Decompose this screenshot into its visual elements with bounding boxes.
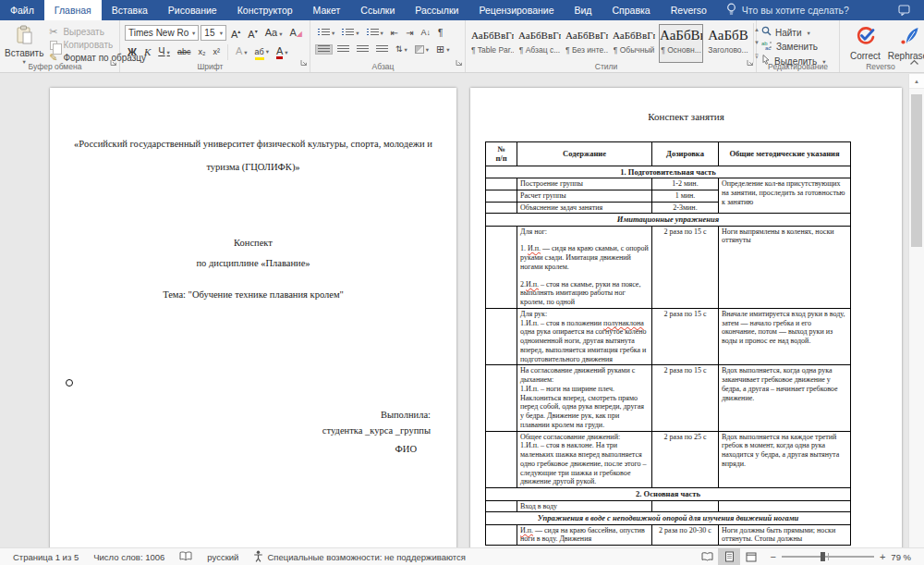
comments-icon[interactable] — [898, 0, 917, 20]
zoom-slider[interactable] — [782, 556, 874, 558]
bold-button[interactable]: Ж — [125, 45, 140, 59]
content-cell[interactable]: Вход в воду — [517, 500, 652, 512]
header-dosage[interactable]: Дозировка — [652, 142, 719, 166]
read-mode-button[interactable] — [696, 548, 718, 565]
tab-insert[interactable]: Вставка — [102, 0, 158, 20]
increase-indent-button[interactable] — [403, 26, 416, 40]
find-button[interactable]: Найти — [761, 26, 834, 39]
section-cell[interactable]: Упражнения в воде с неподвижной опорой д… — [486, 512, 851, 524]
content-cell[interactable]: Для рук:1.И.п. – стоя в положении полуна… — [517, 308, 652, 365]
align-left-button[interactable] — [315, 44, 333, 55]
proofing-status[interactable] — [172, 551, 200, 563]
content-cell[interactable]: Расчет группы — [517, 190, 652, 202]
underline-button[interactable]: Ч — [155, 44, 173, 59]
dosage-cell[interactable]: 2 раза по 25 с — [652, 431, 719, 488]
dosage-cell[interactable]: 1 мин. — [652, 190, 719, 202]
font-dialog-launcher-icon[interactable] — [300, 54, 308, 70]
notes-cell[interactable]: Ноги выпрямлены в коленях, носки оттянут… — [719, 226, 851, 308]
section-cell[interactable]: Имитационные упражнения — [486, 214, 851, 226]
line-spacing-button[interactable] — [393, 43, 410, 56]
style-no-spacing[interactable]: АаБбВвГг¶ Без инте... — [565, 24, 609, 63]
content-cell[interactable]: Объяснение задач занятия — [517, 202, 652, 214]
web-layout-button[interactable] — [740, 548, 762, 565]
page-indicator[interactable]: Страница 1 из 5 — [6, 552, 86, 562]
style-abzac-s[interactable]: АаБбВвГг¶ Абзац с... — [517, 24, 562, 63]
zoom-level[interactable]: 79 % — [891, 552, 911, 562]
document-page-2[interactable]: Конспект занятия № п/п Содержание Дозиро… — [470, 88, 902, 547]
content-cell[interactable]: И.п. — сидя на краю бассейна, опустив но… — [517, 524, 652, 546]
subscript-button[interactable]: х₂ — [195, 45, 208, 59]
text-highlight-button[interactable]: аб — [252, 44, 272, 60]
clear-formatting-button[interactable]: А◢ — [287, 26, 306, 41]
notes-cell[interactable]: Ноги должны быть прямыми; носки оттянуты… — [719, 524, 851, 546]
content-cell[interactable]: На согласование движений руками с дыхани… — [517, 365, 652, 431]
tab-view[interactable]: Вид — [565, 0, 602, 20]
tab-layout[interactable]: Макет — [303, 0, 351, 20]
num-cell[interactable] — [486, 308, 517, 365]
dosage-cell[interactable]: 2 раза по 15 с — [652, 365, 719, 431]
num-cell[interactable] — [486, 202, 517, 214]
dosage-cell[interactable] — [652, 500, 719, 512]
section-cell[interactable]: 2. Основная часть — [486, 488, 851, 500]
vertical-scrollbar[interactable]: ▲ — [908, 74, 924, 547]
sort-button[interactable] — [419, 26, 434, 40]
decrease-indent-button[interactable] — [388, 26, 401, 40]
dosage-cell[interactable]: 2 раза по 20-30 с — [652, 524, 719, 546]
paste-button[interactable]: Вставить — [5, 23, 43, 61]
dosage-cell[interactable]: 2 раза по 15 с — [652, 226, 719, 308]
num-cell[interactable] — [486, 190, 517, 202]
font-size-select[interactable]: 15▾ — [201, 25, 226, 41]
content-cell[interactable]: Общее согласование движений:1.И.п. – сто… — [517, 431, 652, 488]
text-effects-button[interactable]: А — [233, 44, 250, 59]
zoom-in-button[interactable]: + — [880, 551, 885, 562]
italic-button[interactable]: К — [141, 45, 153, 59]
zoom-out-button[interactable]: − — [770, 551, 775, 562]
align-center-button[interactable] — [334, 44, 352, 55]
grow-font-button[interactable]: А▴ — [228, 25, 243, 42]
shading-button[interactable] — [412, 43, 432, 56]
num-cell[interactable] — [486, 431, 517, 488]
borders-button[interactable] — [433, 43, 452, 56]
change-case-button[interactable]: Аа — [262, 26, 286, 41]
num-cell[interactable] — [486, 226, 517, 308]
content-cell[interactable]: Построение группы — [517, 178, 652, 190]
justify-button[interactable] — [373, 44, 391, 55]
accessibility-status[interactable]: Специальные возможности: не поддерживают… — [246, 550, 473, 564]
multilevel-list-button[interactable] — [364, 26, 386, 40]
tab-review[interactable]: Рецензирование — [468, 0, 564, 20]
tab-home[interactable]: Главная — [44, 0, 102, 20]
document-page-1[interactable]: «Российский государственный университет … — [50, 88, 456, 547]
clipboard-dialog-launcher-icon[interactable] — [110, 54, 117, 70]
num-cell[interactable] — [486, 365, 517, 431]
num-cell[interactable] — [486, 500, 517, 512]
content-cell[interactable]: Для ног:1. И.п. — сидя на краю скамьи, с… — [517, 226, 652, 308]
style-normal[interactable]: АаБбВвГг¶ Обычный — [612, 24, 656, 63]
tab-references[interactable]: Ссылки — [350, 0, 405, 20]
styles-dialog-launcher-icon[interactable] — [747, 54, 754, 70]
num-cell[interactable] — [486, 178, 517, 190]
tab-reverso[interactable]: Reverso — [661, 0, 717, 20]
numbered-list-button[interactable] — [339, 26, 361, 40]
font-color-button[interactable]: А — [274, 44, 291, 59]
tab-help[interactable]: Справка — [602, 0, 661, 20]
style-body-text[interactable]: АаБбВв¶ Основн... — [659, 24, 703, 63]
show-paragraph-marks-button[interactable] — [435, 26, 445, 40]
font-family-select[interactable]: Times New Ro▾ — [125, 25, 199, 41]
shrink-font-button[interactable]: А▾ — [245, 25, 260, 42]
scrollbar-thumb[interactable] — [911, 94, 922, 247]
section-cell[interactable]: 1. Подготовительная часть — [486, 166, 851, 178]
notes-cell[interactable]: Вдох выполняется, когда одна рука заканч… — [719, 365, 851, 431]
replace-button[interactable]: abac Заменить — [761, 41, 834, 53]
tab-mailings[interactable]: Рассылки — [405, 0, 468, 20]
style-table-par[interactable]: АаБбВвГг¶ Table Par... — [470, 24, 515, 63]
reverso-correct-button[interactable]: Correct — [850, 26, 881, 61]
dosage-cell[interactable]: 1-2 мин. — [652, 178, 719, 190]
superscript-button[interactable]: х² — [210, 45, 223, 59]
tab-file[interactable]: Файл — [0, 0, 44, 20]
style-heading[interactable]: АаБбВЗаголово... — [706, 24, 750, 63]
scroll-up-icon[interactable]: ▲ — [909, 74, 924, 89]
tab-design[interactable]: Конструктор — [227, 0, 303, 20]
num-cell[interactable] — [486, 524, 517, 546]
paragraph-dialog-launcher-icon[interactable] — [456, 54, 463, 70]
zoom-slider-thumb[interactable] — [821, 552, 825, 561]
